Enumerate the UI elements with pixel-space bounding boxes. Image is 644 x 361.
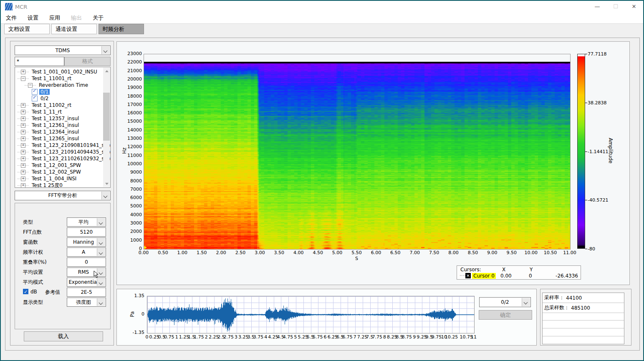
setting-select-value: 平均 xyxy=(78,219,88,226)
tree-item-label[interactable]: Test 1_1_004_INSI xyxy=(30,176,78,182)
channel-select[interactable]: 0/2 xyxy=(479,297,531,307)
tree-item[interactable]: +Test 1_12_001_SPW xyxy=(15,162,110,169)
file-format-select[interactable]: TDMS xyxy=(15,45,111,55)
chevron-down-icon[interactable] xyxy=(97,298,105,306)
tree-item-label[interactable]: Test 1_123_210908101941_spw xyxy=(30,142,111,148)
menu-settings[interactable]: 设置 xyxy=(28,14,38,22)
analysis-type-select[interactable]: FFT窄带分析 xyxy=(15,191,111,200)
tree-item[interactable]: ✓0/1 xyxy=(15,88,110,95)
setting-select[interactable]: Exponential xyxy=(67,278,106,287)
expand-icon[interactable]: + xyxy=(21,163,25,168)
tree-item-label[interactable]: Test 1_001_001_002_INSU xyxy=(30,69,98,75)
tree-item[interactable]: +Test 1_12365_insul xyxy=(15,135,110,142)
tree-connector xyxy=(18,165,21,166)
chevron-down-icon[interactable] xyxy=(97,218,105,226)
tree-item-label[interactable]: Test 1 25度0 xyxy=(30,182,64,188)
db-checkbox[interactable]: ✓ xyxy=(23,289,28,294)
chevron-down-icon[interactable] xyxy=(522,298,530,306)
expand-icon[interactable]: + xyxy=(21,103,25,108)
checkbox-icon[interactable]: ✓ xyxy=(32,89,38,95)
tree-item[interactable]: −Reverberation Time xyxy=(15,82,110,88)
tree-item-label[interactable]: Test 1_12_001_SPW xyxy=(30,162,82,168)
cursor-name[interactable]: Cursor 0 xyxy=(472,273,496,279)
maximize-button[interactable]: ☐ xyxy=(606,1,625,13)
tree-item[interactable]: −Test 1_11001_rt xyxy=(15,75,110,82)
expand-icon[interactable]: + xyxy=(21,123,25,128)
expand-icon[interactable]: + xyxy=(21,150,25,154)
colorbar-tick-label: 38.2838 xyxy=(588,100,607,106)
expand-icon[interactable]: + xyxy=(21,110,25,114)
expand-icon[interactable]: + xyxy=(21,70,25,74)
spec-y-tick: 9000 xyxy=(125,169,142,175)
tree-item-label[interactable]: 0/2 xyxy=(39,96,50,101)
reference-value-input[interactable]: 2E-5 xyxy=(67,288,106,297)
tree-item-label[interactable]: Test 1_123_211026102932_spw xyxy=(30,156,111,162)
tree-item[interactable]: ✓0/2 xyxy=(15,95,110,102)
format-button[interactable]: 格式 xyxy=(64,57,111,66)
setting-input[interactable]: 5120 xyxy=(67,227,106,237)
menu-about[interactable]: 关于 xyxy=(93,14,104,22)
expand-icon[interactable]: + xyxy=(21,183,25,188)
menu-apply[interactable]: 应用 xyxy=(49,14,60,22)
expand-icon[interactable]: + xyxy=(21,116,25,121)
checkbox-icon[interactable]: ✓ xyxy=(32,96,38,101)
setting-select[interactable]: 平均 xyxy=(67,217,106,227)
tree-item-label[interactable]: Test 1_12364_insul xyxy=(30,129,80,135)
tree-item[interactable]: +Test 1_001_001_002_INSU xyxy=(15,68,110,75)
colorbar-tick-line xyxy=(585,151,587,152)
tree-item[interactable]: +Test 1_12357_insul xyxy=(15,115,110,122)
scrollbar-thumb[interactable] xyxy=(103,93,110,141)
setting-select[interactable]: Hanning xyxy=(67,237,106,247)
tree-item[interactable]: +Test 1_11_rt xyxy=(15,109,110,115)
tree-item-label[interactable]: 0/1 xyxy=(39,89,50,95)
tree-item[interactable]: +Test 1_1_004_INSI xyxy=(15,175,110,182)
tree-item-label[interactable]: Test 1_12_002_SPW xyxy=(30,169,82,175)
tree-item[interactable]: +Test 1_123_210908101941_spw xyxy=(15,142,110,149)
tab-channel-settings[interactable]: 通道设置 xyxy=(51,24,97,34)
confirm-button[interactable]: 确定 xyxy=(479,310,532,320)
collapse-icon[interactable]: − xyxy=(28,83,33,88)
filter-input[interactable]: * xyxy=(15,57,64,66)
expand-icon[interactable]: + xyxy=(21,157,25,161)
scroll-up-icon[interactable] xyxy=(103,68,110,74)
expand-icon[interactable]: + xyxy=(21,143,25,148)
tree-item-label[interactable]: Test 1_123_210914094435_spw xyxy=(30,149,111,155)
tree-item-label[interactable]: Test 1_12365_insul xyxy=(30,136,80,141)
minimize-button[interactable]: — xyxy=(588,1,606,13)
tree-scrollbar[interactable] xyxy=(103,68,110,187)
expand-icon[interactable]: + xyxy=(21,130,25,134)
tree-item[interactable]: +Test 1_123_210914094435_spw xyxy=(15,149,110,155)
chevron-down-icon[interactable] xyxy=(101,46,110,54)
collapse-icon[interactable]: − xyxy=(21,76,25,81)
tree-item[interactable]: +Test 1_11002_rt xyxy=(15,102,110,109)
tree-item[interactable]: +Test 1_123_211026102932_spw xyxy=(15,155,110,162)
tree-item-label[interactable]: Test 1_11002_rt xyxy=(30,102,73,108)
setting-select[interactable]: RMS xyxy=(67,268,106,277)
tree-item-label[interactable]: Test 1_11_rt xyxy=(30,109,63,115)
load-button[interactable]: 载入 xyxy=(24,331,103,341)
chevron-down-icon[interactable] xyxy=(101,192,110,199)
close-button[interactable]: ✕ xyxy=(625,1,643,13)
expand-icon[interactable]: + xyxy=(21,136,25,141)
tree-item-label[interactable]: Test 1_12357_insul xyxy=(30,116,80,121)
spectrogram-plot[interactable] xyxy=(144,54,571,250)
scroll-down-icon[interactable] xyxy=(103,180,110,187)
expand-icon[interactable]: + xyxy=(21,177,25,181)
tree-item[interactable]: +Test 1_12_002_SPW xyxy=(15,169,110,175)
setting-input[interactable]: 0 xyxy=(67,257,106,267)
tree-item[interactable]: +Test 1_12361_insul xyxy=(15,122,110,129)
tab-time-frequency-analysis[interactable]: 时频分析 xyxy=(98,24,144,34)
expand-icon[interactable]: + xyxy=(21,170,25,174)
menu-file[interactable]: 文件 xyxy=(6,14,17,22)
setting-select[interactable]: 强度图 xyxy=(67,298,106,307)
chevron-down-icon[interactable] xyxy=(97,248,105,256)
setting-select[interactable]: A xyxy=(67,247,106,257)
tree-item[interactable]: +Test 1 25度0 xyxy=(15,182,110,188)
chevron-down-icon[interactable] xyxy=(97,238,105,246)
tree-item-label[interactable]: Test 1_11001_rt xyxy=(30,76,73,81)
tab-document-settings[interactable]: 文档设置 xyxy=(4,24,50,34)
tree-item-label[interactable]: Reverberation Time xyxy=(38,82,89,88)
tree-item[interactable]: +Test 1_12364_insul xyxy=(15,129,110,135)
cursor-crosshair-icon[interactable]: ✕ xyxy=(465,273,471,278)
tree-item-label[interactable]: Test 1_12361_insul xyxy=(30,122,80,128)
